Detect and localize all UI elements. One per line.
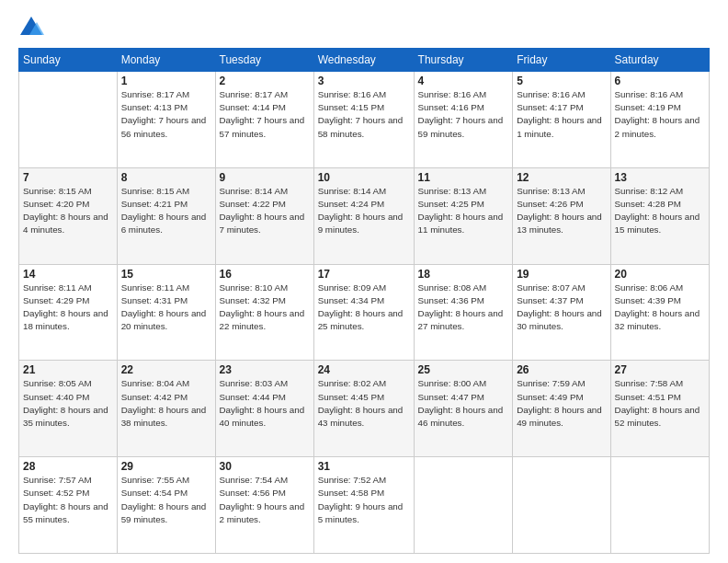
day-info: Sunrise: 8:07 AMSunset: 4:37 PMDaylight:… (517, 282, 606, 334)
day-info: Sunrise: 8:03 AMSunset: 4:44 PMDaylight:… (220, 377, 310, 430)
day-number: 6 (615, 75, 705, 87)
calendar-cell: 19Sunrise: 8:07 AMSunset: 4:37 PMDayligh… (513, 264, 610, 361)
week-row: 21Sunrise: 8:05 AMSunset: 4:40 PMDayligh… (19, 361, 710, 457)
weekday-header-sunday: Sunday (19, 49, 118, 72)
day-info: Sunrise: 8:14 AMSunset: 4:24 PMDaylight:… (318, 185, 410, 237)
day-info: Sunrise: 8:02 AMSunset: 4:45 PMDaylight:… (318, 377, 410, 430)
day-info: Sunrise: 8:10 AMSunset: 4:32 PMDaylight:… (220, 282, 310, 334)
logo-icon (18, 15, 44, 40)
calendar-cell: 28Sunrise: 7:57 AMSunset: 4:52 PMDayligh… (19, 457, 118, 554)
calendar-cell: 2Sunrise: 8:17 AMSunset: 4:14 PMDaylight… (215, 72, 313, 168)
day-number: 8 (121, 171, 211, 184)
day-info: Sunrise: 8:11 AMSunset: 4:31 PMDaylight:… (121, 282, 211, 334)
calendar-cell: 10Sunrise: 8:14 AMSunset: 4:24 PMDayligh… (313, 167, 414, 264)
weekday-row: SundayMondayTuesdayWednesdayThursdayFrid… (19, 49, 710, 72)
page: SundayMondayTuesdayWednesdayThursdayFrid… (0, 0, 728, 563)
day-number: 23 (220, 363, 310, 376)
calendar-cell: 8Sunrise: 8:15 AMSunset: 4:21 PMDaylight… (117, 167, 215, 264)
calendar-cell: 6Sunrise: 8:16 AMSunset: 4:19 PMDaylight… (610, 72, 709, 168)
day-number: 7 (23, 171, 113, 184)
day-info: Sunrise: 8:16 AMSunset: 4:19 PMDaylight:… (615, 88, 705, 141)
day-info: Sunrise: 7:59 AMSunset: 4:49 PMDaylight:… (517, 377, 606, 430)
day-number: 9 (220, 171, 310, 184)
day-info: Sunrise: 7:57 AMSunset: 4:52 PMDaylight:… (23, 474, 113, 526)
week-row: 14Sunrise: 8:11 AMSunset: 4:29 PMDayligh… (19, 264, 710, 361)
day-info: Sunrise: 8:09 AMSunset: 4:34 PMDaylight:… (318, 282, 410, 334)
day-info: Sunrise: 8:15 AMSunset: 4:21 PMDaylight:… (121, 185, 211, 237)
day-number: 25 (418, 363, 509, 376)
calendar-cell: 7Sunrise: 8:15 AMSunset: 4:20 PMDaylight… (19, 167, 118, 264)
day-info: Sunrise: 8:05 AMSunset: 4:40 PMDaylight:… (23, 377, 113, 430)
calendar-cell: 20Sunrise: 8:06 AMSunset: 4:39 PMDayligh… (610, 264, 709, 361)
day-number: 20 (615, 268, 705, 281)
day-number: 10 (318, 171, 410, 184)
header (18, 15, 710, 40)
calendar-cell (414, 457, 513, 554)
calendar-cell: 5Sunrise: 8:16 AMSunset: 4:17 PMDaylight… (513, 72, 610, 168)
day-info: Sunrise: 8:11 AMSunset: 4:29 PMDaylight:… (23, 282, 113, 334)
day-info: Sunrise: 7:52 AMSunset: 4:58 PMDaylight:… (318, 474, 410, 526)
day-number: 30 (220, 460, 310, 473)
day-number: 21 (23, 363, 113, 376)
day-number: 2 (220, 75, 310, 87)
week-row: 28Sunrise: 7:57 AMSunset: 4:52 PMDayligh… (19, 457, 710, 554)
calendar-cell: 1Sunrise: 8:17 AMSunset: 4:13 PMDaylight… (117, 72, 215, 168)
calendar-body: 1Sunrise: 8:17 AMSunset: 4:13 PMDaylight… (19, 72, 710, 554)
calendar-cell: 22Sunrise: 8:04 AMSunset: 4:42 PMDayligh… (117, 361, 215, 457)
day-number: 4 (418, 75, 509, 87)
calendar-cell: 15Sunrise: 8:11 AMSunset: 4:31 PMDayligh… (117, 264, 215, 361)
day-number: 14 (23, 268, 113, 281)
calendar-cell (610, 457, 709, 554)
weekday-header-wednesday: Wednesday (313, 49, 414, 72)
logo (18, 15, 48, 40)
calendar: SundayMondayTuesdayWednesdayThursdayFrid… (18, 48, 710, 554)
day-info: Sunrise: 8:17 AMSunset: 4:13 PMDaylight:… (121, 88, 211, 141)
day-number: 19 (517, 268, 606, 281)
calendar-cell: 13Sunrise: 8:12 AMSunset: 4:28 PMDayligh… (610, 167, 709, 264)
day-number: 22 (121, 363, 211, 376)
day-number: 15 (121, 268, 211, 281)
calendar-cell: 23Sunrise: 8:03 AMSunset: 4:44 PMDayligh… (215, 361, 313, 457)
day-number: 24 (318, 363, 410, 376)
day-info: Sunrise: 8:00 AMSunset: 4:47 PMDaylight:… (418, 377, 509, 430)
calendar-cell: 29Sunrise: 7:55 AMSunset: 4:54 PMDayligh… (117, 457, 215, 554)
calendar-cell: 31Sunrise: 7:52 AMSunset: 4:58 PMDayligh… (313, 457, 414, 554)
day-number: 16 (220, 268, 310, 281)
day-number: 3 (318, 75, 410, 87)
weekday-header-tuesday: Tuesday (215, 49, 313, 72)
calendar-cell (19, 72, 118, 168)
calendar-cell: 4Sunrise: 8:16 AMSunset: 4:16 PMDaylight… (414, 72, 513, 168)
day-number: 28 (23, 460, 113, 473)
weekday-header-monday: Monday (117, 49, 215, 72)
calendar-cell: 17Sunrise: 8:09 AMSunset: 4:34 PMDayligh… (313, 264, 414, 361)
day-info: Sunrise: 8:16 AMSunset: 4:15 PMDaylight:… (318, 88, 410, 141)
day-info: Sunrise: 7:55 AMSunset: 4:54 PMDaylight:… (121, 474, 211, 526)
calendar-cell: 11Sunrise: 8:13 AMSunset: 4:25 PMDayligh… (414, 167, 513, 264)
day-number: 12 (517, 171, 606, 184)
day-info: Sunrise: 8:17 AMSunset: 4:14 PMDaylight:… (220, 88, 310, 141)
day-info: Sunrise: 8:13 AMSunset: 4:25 PMDaylight:… (418, 185, 509, 237)
day-number: 5 (517, 75, 606, 87)
day-number: 26 (517, 363, 606, 376)
day-info: Sunrise: 8:16 AMSunset: 4:17 PMDaylight:… (517, 88, 606, 141)
weekday-header-friday: Friday (513, 49, 610, 72)
day-info: Sunrise: 8:13 AMSunset: 4:26 PMDaylight:… (517, 185, 606, 237)
calendar-cell: 30Sunrise: 7:54 AMSunset: 4:56 PMDayligh… (215, 457, 313, 554)
day-number: 18 (418, 268, 509, 281)
day-info: Sunrise: 8:06 AMSunset: 4:39 PMDaylight:… (615, 282, 705, 334)
calendar-cell: 9Sunrise: 8:14 AMSunset: 4:22 PMDaylight… (215, 167, 313, 264)
weekday-header-saturday: Saturday (610, 49, 709, 72)
calendar-cell: 26Sunrise: 7:59 AMSunset: 4:49 PMDayligh… (513, 361, 610, 457)
calendar-cell: 18Sunrise: 8:08 AMSunset: 4:36 PMDayligh… (414, 264, 513, 361)
calendar-cell (513, 457, 610, 554)
day-info: Sunrise: 7:54 AMSunset: 4:56 PMDaylight:… (220, 474, 310, 526)
day-number: 17 (318, 268, 410, 281)
calendar-cell: 3Sunrise: 8:16 AMSunset: 4:15 PMDaylight… (313, 72, 414, 168)
calendar-header: SundayMondayTuesdayWednesdayThursdayFrid… (19, 49, 710, 72)
day-info: Sunrise: 8:15 AMSunset: 4:20 PMDaylight:… (23, 185, 113, 237)
day-number: 1 (121, 75, 211, 87)
calendar-cell: 25Sunrise: 8:00 AMSunset: 4:47 PMDayligh… (414, 361, 513, 457)
day-info: Sunrise: 8:16 AMSunset: 4:16 PMDaylight:… (418, 88, 509, 141)
day-info: Sunrise: 8:04 AMSunset: 4:42 PMDaylight:… (121, 377, 211, 430)
day-info: Sunrise: 8:08 AMSunset: 4:36 PMDaylight:… (418, 282, 509, 334)
